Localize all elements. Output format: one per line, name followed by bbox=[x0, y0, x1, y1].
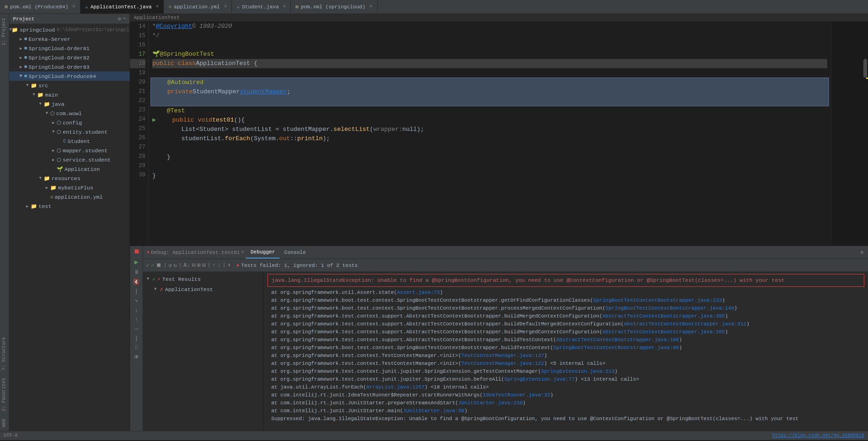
arrow-icon: ▼ bbox=[18, 74, 24, 78]
watch-icon[interactable]: 👁 bbox=[134, 354, 139, 361]
tree-order81[interactable]: ▶ ■ SpringCloud-Order81 bbox=[9, 44, 130, 53]
sort-alpha-icon[interactable]: A↓ bbox=[183, 262, 190, 269]
tree-root[interactable]: ▼ 📁 springcloud D:\IdeaProjectDir\spring… bbox=[9, 25, 130, 34]
tree-item-label: SpringCloud-Order82 bbox=[29, 55, 90, 61]
stack-link[interactable]: SpringBootTestContextBootstrapper.java:9… bbox=[553, 345, 679, 350]
close-debug-icon[interactable]: × bbox=[241, 250, 244, 255]
test-result-label: ApplicationTest bbox=[165, 286, 213, 292]
tree-application[interactable]: 🌱 Application bbox=[9, 164, 130, 174]
settings-icon[interactable]: ⚙ bbox=[860, 249, 863, 255]
pause-icon[interactable]: ⏸ bbox=[134, 269, 139, 276]
arrow-icon: ▶ bbox=[50, 148, 57, 153]
favorites-vtab[interactable]: 2: Favorites bbox=[0, 374, 9, 415]
project-vtab[interactable]: 1: Project bbox=[0, 14, 9, 49]
tab-apptest[interactable]: ☕ ApplicationTest.java × bbox=[80, 0, 164, 13]
tree-config[interactable]: ▶ ⬡ config bbox=[9, 118, 130, 127]
tree-order82[interactable]: ▶ ■ SpringCloud-Order82 bbox=[9, 53, 130, 62]
debugger-tab-label: Debugger bbox=[250, 249, 275, 255]
stack-link[interactable]: SpringBootTestContextBootstrapper.java:2… bbox=[593, 298, 722, 303]
close-icon[interactable]: × bbox=[369, 4, 372, 9]
stack-link[interactable]: JUnitStarter.java:58 bbox=[403, 408, 464, 414]
stepover-icon[interactable]: ↷ bbox=[135, 298, 138, 305]
next-fail-icon[interactable]: ↓ bbox=[217, 262, 221, 269]
stack-link[interactable]: SpringExtension.java:213 bbox=[541, 369, 614, 374]
tree-resources[interactable]: ▼ 📁 resources bbox=[9, 174, 130, 183]
arrow-icon: ▼ bbox=[31, 92, 37, 97]
code-line-24: ▶ public void test01(){ bbox=[152, 116, 827, 125]
export-icon[interactable]: ⬆ bbox=[228, 262, 231, 269]
tree-src[interactable]: ▼ 📁 src bbox=[9, 81, 130, 90]
structure-vtab[interactable]: 7: Structure bbox=[0, 333, 9, 374]
stack-link[interactable]: JUnitStarter.java:230 bbox=[458, 400, 523, 406]
stack-link[interactable]: TestContextManager.java:137 bbox=[461, 353, 544, 358]
stack-link[interactable]: Assert.java:73 bbox=[397, 290, 440, 295]
tab-label: pom.xml (Produce84) bbox=[10, 4, 68, 10]
web-vtab[interactable]: Web bbox=[0, 415, 9, 431]
tree-entity[interactable]: ▼ ⬡ entity.student bbox=[9, 127, 130, 136]
gear-icon[interactable]: ⚙ bbox=[118, 16, 121, 22]
debugger-tab[interactable]: Debugger bbox=[246, 246, 280, 259]
expand-all-icon[interactable]: ⊞ bbox=[197, 262, 201, 269]
resume-icon[interactable]: ▶ bbox=[134, 258, 138, 266]
tree-test[interactable]: ▶ 📁 test bbox=[9, 201, 130, 211]
package-icon: ⬡ bbox=[57, 157, 61, 163]
close-icon[interactable]: × bbox=[156, 4, 159, 9]
tree-order83[interactable]: ▶ ■ SpringCloud-Order83 bbox=[9, 62, 130, 71]
run-icon[interactable]: ▶ bbox=[152, 116, 156, 125]
test-result-apptest[interactable]: ▼ ✗ ApplicationTest bbox=[143, 284, 263, 294]
eval-icon[interactable]: ⎍ bbox=[135, 344, 138, 351]
rerun-failed-icon[interactable]: ↻ bbox=[174, 262, 177, 269]
rerun-icon[interactable]: ↺ bbox=[168, 262, 171, 269]
tree-java[interactable]: ▼ 📁 java bbox=[9, 99, 130, 109]
stepout-icon[interactable]: ↑ bbox=[135, 317, 138, 323]
code-content[interactable]: * @Copyright © 1993-2020 */ 🌱 @SpringBoo… bbox=[149, 22, 831, 245]
stack-link[interactable]: SpringExtension.java:77 bbox=[504, 376, 575, 382]
stack-link[interactable]: ArrayList.java:1257 bbox=[366, 384, 424, 390]
tab-pomcloud[interactable]: m pom.xml (springcloud) × bbox=[291, 0, 377, 13]
stack-link[interactable]: SpringBootTestContextBootstrapper.java:1… bbox=[606, 305, 734, 311]
stack-link[interactable]: AbstractTestContextBootstrapper.java:108 bbox=[556, 337, 679, 343]
console-tab[interactable]: Console bbox=[280, 246, 310, 259]
stack-line-14: at com.intellij.rt.junit.JUnitStarter.pr… bbox=[268, 399, 864, 407]
tree-produce84[interactable]: ▼ ■ SpringCloud-Produce84 bbox=[9, 71, 130, 81]
stack-link[interactable]: AbstractTestContextBootstrapper.java:312 bbox=[624, 321, 746, 327]
folder-icon: 📁 bbox=[12, 27, 18, 33]
tree-appyml[interactable]: ⚙ application.yml bbox=[9, 192, 130, 201]
code-container[interactable]: 14 15 16 17 18 19 20 21 22 23 24 25 26 2… bbox=[130, 22, 868, 245]
tree-mapper[interactable]: ▶ ⬡ mapper.student bbox=[9, 146, 130, 155]
stack-line-4: at org.springframework.test.context.supp… bbox=[268, 320, 864, 328]
test-result-root[interactable]: ▼ ✓ ✗ Test Results bbox=[143, 274, 263, 284]
stop-test-icon[interactable]: ⏹ bbox=[156, 262, 162, 269]
close-icon[interactable]: × bbox=[283, 4, 286, 9]
stack-link[interactable]: TestContextManager.java:122 bbox=[461, 361, 544, 366]
stack-link[interactable]: IdeaTestRunner.java:33 bbox=[483, 392, 550, 398]
tree-comwuwl[interactable]: ▼ ⬡ com.wuwl bbox=[9, 109, 130, 118]
tree-service[interactable]: ▶ ⬡ service.student bbox=[9, 155, 130, 164]
minimize-icon[interactable]: − bbox=[123, 16, 126, 22]
scrollbar-thumb[interactable] bbox=[863, 59, 867, 78]
yml-icon: ⚙ bbox=[50, 194, 53, 200]
stack-link[interactable]: AbstractTestContextBootstrapper.java:395 bbox=[602, 313, 725, 319]
tab-appyml[interactable]: ⚙ application.yml × bbox=[164, 0, 232, 13]
mute-icon[interactable]: 🔇 bbox=[133, 279, 140, 285]
folder-icon: 📁 bbox=[44, 175, 50, 182]
collapse-all-icon[interactable]: ⊟ bbox=[202, 262, 206, 269]
console-output[interactable]: java.lang.IllegalStateException: Unable … bbox=[264, 272, 868, 431]
root-path: D:\IdeaProjectDir\springcloud bbox=[57, 27, 130, 32]
stepinto-icon[interactable]: ↓ bbox=[135, 307, 138, 314]
stop-icon[interactable]: ⏹ bbox=[133, 248, 140, 255]
close-icon[interactable]: × bbox=[224, 4, 227, 9]
stack-link[interactable]: AbstractTestContextBootstrapper.java:265 bbox=[602, 329, 725, 335]
warning-indicator bbox=[866, 78, 868, 79]
java-file-icon: C bbox=[63, 138, 66, 144]
tab-student[interactable]: ☕ Student.java × bbox=[232, 0, 291, 13]
tree-student-class[interactable]: C Student bbox=[9, 136, 130, 146]
tab-pom84[interactable]: m pom.xml (Produce84) × bbox=[0, 0, 80, 13]
close-icon[interactable]: × bbox=[72, 4, 75, 9]
sort-icon[interactable]: ⊟ bbox=[192, 262, 195, 269]
runtohere-icon[interactable]: → bbox=[135, 326, 138, 332]
tree-eureka[interactable]: ▶ ■ Eureka-Server bbox=[9, 34, 130, 44]
tree-main[interactable]: ▼ 📁 main bbox=[9, 90, 130, 99]
prev-fail-icon[interactable]: ↑ bbox=[212, 262, 215, 269]
tree-mybatis[interactable]: ▶ 📁 mybatisPlus bbox=[9, 183, 130, 192]
